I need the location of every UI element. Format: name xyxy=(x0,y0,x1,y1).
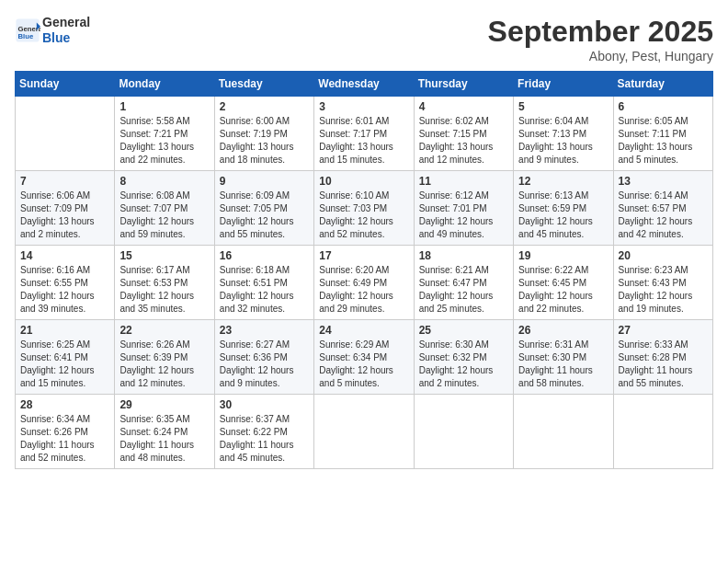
day-number: 11 xyxy=(419,175,508,188)
day-info: Sunrise: 6:14 AM Sunset: 6:57 PM Dayligh… xyxy=(619,190,708,241)
day-number: 28 xyxy=(20,398,109,411)
calendar-cell xyxy=(514,395,613,469)
day-info: Sunrise: 6:04 AM Sunset: 7:13 PM Dayligh… xyxy=(518,115,608,167)
month-title: September 2025 xyxy=(488,15,713,49)
col-header-thursday: Thursday xyxy=(414,72,513,97)
calendar-cell xyxy=(16,97,115,171)
col-header-friday: Friday xyxy=(514,72,613,97)
day-number: 1 xyxy=(119,100,209,113)
day-number: 14 xyxy=(20,249,109,262)
day-number: 8 xyxy=(119,175,209,188)
calendar-cell: 4Sunrise: 6:02 AM Sunset: 7:15 PM Daylig… xyxy=(414,97,513,171)
calendar-cell: 25Sunrise: 6:30 AM Sunset: 6:32 PM Dayli… xyxy=(414,320,513,395)
day-info: Sunrise: 6:29 AM Sunset: 6:34 PM Dayligh… xyxy=(319,339,408,390)
week-row-2: 7Sunrise: 6:06 AM Sunset: 7:09 PM Daylig… xyxy=(16,171,713,246)
subtitle: Abony, Pest, Hungary xyxy=(488,49,713,63)
logo-icon: General Blue xyxy=(15,17,40,43)
calendar-cell: 6Sunrise: 6:05 AM Sunset: 7:11 PM Daylig… xyxy=(613,97,712,171)
day-number: 17 xyxy=(319,249,408,262)
day-info: Sunrise: 6:35 AM Sunset: 6:24 PM Dayligh… xyxy=(119,413,209,465)
day-number: 10 xyxy=(319,175,408,188)
calendar-table: SundayMondayTuesdayWednesdayThursdayFrid… xyxy=(15,71,713,469)
calendar-cell: 17Sunrise: 6:20 AM Sunset: 6:49 PM Dayli… xyxy=(314,246,414,320)
day-info: Sunrise: 6:10 AM Sunset: 7:03 PM Dayligh… xyxy=(319,190,408,241)
calendar-cell: 14Sunrise: 6:16 AM Sunset: 6:55 PM Dayli… xyxy=(16,246,115,320)
title-block: September 2025 Abony, Pest, Hungary xyxy=(488,15,713,63)
day-number: 23 xyxy=(220,324,309,337)
calendar-cell: 29Sunrise: 6:35 AM Sunset: 6:24 PM Dayli… xyxy=(115,395,214,469)
day-info: Sunrise: 6:08 AM Sunset: 7:07 PM Dayligh… xyxy=(119,190,209,241)
day-info: Sunrise: 6:21 AM Sunset: 6:47 PM Dayligh… xyxy=(419,264,508,316)
day-number: 9 xyxy=(220,175,309,188)
day-info: Sunrise: 6:12 AM Sunset: 7:01 PM Dayligh… xyxy=(419,190,508,241)
calendar-cell xyxy=(314,395,414,469)
day-info: Sunrise: 6:00 AM Sunset: 7:19 PM Dayligh… xyxy=(220,115,309,167)
day-number: 7 xyxy=(20,175,109,188)
calendar-cell: 27Sunrise: 6:33 AM Sunset: 6:28 PM Dayli… xyxy=(613,320,712,395)
page-header: General Blue General Blue September 2025… xyxy=(15,15,713,63)
day-info: Sunrise: 6:13 AM Sunset: 6:59 PM Dayligh… xyxy=(518,190,608,241)
day-info: Sunrise: 6:31 AM Sunset: 6:30 PM Dayligh… xyxy=(518,339,608,390)
day-info: Sunrise: 6:01 AM Sunset: 7:17 PM Dayligh… xyxy=(319,115,408,167)
calendar-cell: 23Sunrise: 6:27 AM Sunset: 6:36 PM Dayli… xyxy=(214,320,313,395)
day-info: Sunrise: 6:05 AM Sunset: 7:11 PM Dayligh… xyxy=(619,115,708,167)
day-info: Sunrise: 6:09 AM Sunset: 7:05 PM Dayligh… xyxy=(220,190,309,241)
svg-text:Blue: Blue xyxy=(18,32,34,40)
day-number: 20 xyxy=(619,249,708,262)
calendar-cell: 2Sunrise: 6:00 AM Sunset: 7:19 PM Daylig… xyxy=(214,97,313,171)
day-number: 29 xyxy=(119,398,209,411)
day-number: 5 xyxy=(518,100,608,113)
day-number: 15 xyxy=(119,249,209,262)
day-number: 30 xyxy=(220,398,309,411)
col-header-monday: Monday xyxy=(115,72,214,97)
day-number: 13 xyxy=(619,175,708,188)
calendar-cell: 3Sunrise: 6:01 AM Sunset: 7:17 PM Daylig… xyxy=(314,97,414,171)
day-info: Sunrise: 6:18 AM Sunset: 6:51 PM Dayligh… xyxy=(220,264,309,316)
calendar-cell: 18Sunrise: 6:21 AM Sunset: 6:47 PM Dayli… xyxy=(414,246,513,320)
day-info: Sunrise: 6:23 AM Sunset: 6:43 PM Dayligh… xyxy=(619,264,708,316)
calendar-cell: 16Sunrise: 6:18 AM Sunset: 6:51 PM Dayli… xyxy=(214,246,313,320)
calendar-cell: 5Sunrise: 6:04 AM Sunset: 7:13 PM Daylig… xyxy=(514,97,613,171)
calendar-cell: 11Sunrise: 6:12 AM Sunset: 7:01 PM Dayli… xyxy=(414,171,513,246)
day-number: 12 xyxy=(518,175,608,188)
col-header-sunday: Sunday xyxy=(16,72,115,97)
day-info: Sunrise: 6:34 AM Sunset: 6:26 PM Dayligh… xyxy=(20,413,109,465)
day-info: Sunrise: 6:02 AM Sunset: 7:15 PM Dayligh… xyxy=(419,115,508,167)
calendar-cell: 15Sunrise: 6:17 AM Sunset: 6:53 PM Dayli… xyxy=(115,246,214,320)
day-number: 6 xyxy=(619,100,708,113)
day-info: Sunrise: 6:30 AM Sunset: 6:32 PM Dayligh… xyxy=(419,339,508,390)
day-number: 4 xyxy=(419,100,508,113)
week-row-1: 1Sunrise: 5:58 AM Sunset: 7:21 PM Daylig… xyxy=(16,97,713,171)
day-number: 16 xyxy=(220,249,309,262)
day-number: 18 xyxy=(419,249,508,262)
calendar-cell: 7Sunrise: 6:06 AM Sunset: 7:09 PM Daylig… xyxy=(16,171,115,246)
calendar-cell: 13Sunrise: 6:14 AM Sunset: 6:57 PM Dayli… xyxy=(613,171,712,246)
day-info: Sunrise: 6:22 AM Sunset: 6:45 PM Dayligh… xyxy=(518,264,608,316)
calendar-cell: 30Sunrise: 6:37 AM Sunset: 6:22 PM Dayli… xyxy=(214,395,313,469)
calendar-cell: 19Sunrise: 6:22 AM Sunset: 6:45 PM Dayli… xyxy=(514,246,613,320)
week-row-4: 21Sunrise: 6:25 AM Sunset: 6:41 PM Dayli… xyxy=(16,320,713,395)
calendar-cell: 28Sunrise: 6:34 AM Sunset: 6:26 PM Dayli… xyxy=(16,395,115,469)
col-header-wednesday: Wednesday xyxy=(314,72,414,97)
day-info: Sunrise: 6:37 AM Sunset: 6:22 PM Dayligh… xyxy=(220,413,309,465)
calendar-cell: 8Sunrise: 6:08 AM Sunset: 7:07 PM Daylig… xyxy=(115,171,214,246)
day-number: 19 xyxy=(518,249,608,262)
day-info: Sunrise: 6:26 AM Sunset: 6:39 PM Dayligh… xyxy=(119,339,209,390)
calendar-cell: 10Sunrise: 6:10 AM Sunset: 7:03 PM Dayli… xyxy=(314,171,414,246)
calendar-cell xyxy=(414,395,513,469)
calendar-cell: 26Sunrise: 6:31 AM Sunset: 6:30 PM Dayli… xyxy=(514,320,613,395)
day-number: 27 xyxy=(619,324,708,337)
day-number: 21 xyxy=(20,324,109,337)
day-info: Sunrise: 6:20 AM Sunset: 6:49 PM Dayligh… xyxy=(319,264,408,316)
day-number: 2 xyxy=(220,100,309,113)
logo-line2: Blue xyxy=(42,30,90,46)
calendar-cell: 24Sunrise: 6:29 AM Sunset: 6:34 PM Dayli… xyxy=(314,320,414,395)
day-number: 26 xyxy=(518,324,608,337)
col-header-tuesday: Tuesday xyxy=(214,72,313,97)
day-info: Sunrise: 5:58 AM Sunset: 7:21 PM Dayligh… xyxy=(119,115,209,167)
logo: General Blue General Blue xyxy=(15,15,90,46)
day-info: Sunrise: 6:06 AM Sunset: 7:09 PM Dayligh… xyxy=(20,190,109,241)
day-info: Sunrise: 6:33 AM Sunset: 6:28 PM Dayligh… xyxy=(619,339,708,390)
calendar-cell: 9Sunrise: 6:09 AM Sunset: 7:05 PM Daylig… xyxy=(214,171,313,246)
calendar-cell: 20Sunrise: 6:23 AM Sunset: 6:43 PM Dayli… xyxy=(613,246,712,320)
